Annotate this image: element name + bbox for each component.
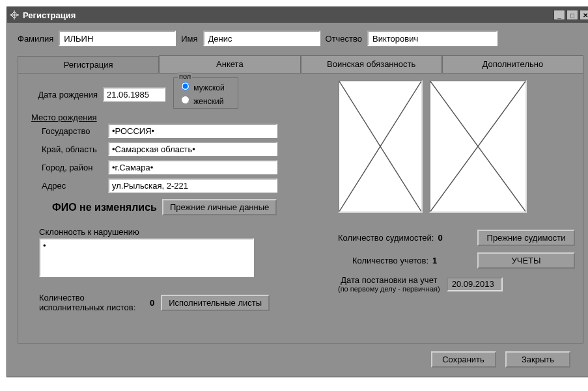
tab-strip: Регистрация Анкета Воинская обязанность … bbox=[18, 55, 583, 73]
violation-tendency-field[interactable] bbox=[39, 238, 254, 277]
prev-personal-data-button[interactable]: Прежние личные данные bbox=[162, 199, 277, 215]
name-row: Фамилия Имя Отчество bbox=[18, 31, 583, 46]
gender-group: пол мужской женский bbox=[173, 77, 238, 109]
tab-registration[interactable]: Регистрация bbox=[18, 56, 159, 74]
photo-placeholder-1[interactable] bbox=[338, 80, 423, 213]
address-label: Адрес bbox=[26, 181, 108, 191]
records-button[interactable]: УЧЕТЫ bbox=[477, 252, 575, 269]
violation-tendency-label: Склонность к нарушению bbox=[39, 227, 313, 237]
fio-unchanged-label: ФИО не изменялись bbox=[52, 202, 157, 213]
tab-additional[interactable]: Дополнительно bbox=[442, 55, 583, 73]
convictions-count-label: Количество судимостей: bbox=[338, 233, 434, 243]
country-label: Государство bbox=[26, 126, 108, 136]
exec-sheets-count-label: Количество bbox=[39, 293, 143, 303]
close-button[interactable]: Закрыть bbox=[505, 351, 570, 368]
city-label: Город, район bbox=[26, 163, 108, 172]
minimize-button[interactable]: _ bbox=[553, 10, 565, 20]
photo-row bbox=[338, 80, 575, 213]
reg-date-sublabel: (по первому делу - первичная) bbox=[338, 285, 440, 293]
patronymic-label: Отчество bbox=[326, 34, 363, 44]
maximize-button[interactable]: □ bbox=[567, 10, 578, 20]
dialog-buttons: Сохранить Закрыть bbox=[18, 344, 583, 370]
lastname-label: Фамилия bbox=[18, 34, 53, 44]
reg-date-value: 20.09.2013 bbox=[447, 277, 503, 291]
right-column: Количество судимостей: 0 Прежние судимос… bbox=[338, 80, 575, 293]
birthplace-heading: Место рождения bbox=[31, 113, 313, 122]
gender-female-option[interactable]: женский bbox=[178, 93, 234, 107]
save-button[interactable]: Сохранить bbox=[431, 351, 496, 368]
titlebar: Регистрация _ □ ✕ bbox=[7, 7, 588, 23]
registration-window: Регистрация _ □ ✕ Фамилия Имя Отчество Р… bbox=[7, 7, 588, 377]
exec-sheets-button[interactable]: Исполнительные листы bbox=[161, 295, 270, 311]
convictions-count-value: 0 bbox=[438, 233, 442, 243]
firstname-field[interactable] bbox=[203, 31, 320, 46]
client-area: Фамилия Имя Отчество Регистрация Анкета … bbox=[7, 23, 588, 377]
dob-row: Дата рождения пол мужской женский bbox=[26, 80, 313, 109]
gender-female-radio[interactable] bbox=[181, 96, 189, 104]
reg-date-label: Дата постановки на учет bbox=[338, 275, 440, 285]
exec-sheets-count-value: 0 bbox=[150, 298, 154, 308]
address-field[interactable] bbox=[108, 178, 277, 193]
dob-label: Дата рождения bbox=[26, 90, 103, 100]
tab-body: Дата рождения пол мужской женский Место … bbox=[18, 73, 583, 344]
city-field[interactable] bbox=[108, 160, 277, 174]
close-window-button[interactable]: ✕ bbox=[580, 10, 588, 20]
gender-legend: пол bbox=[178, 72, 192, 80]
lastname-field[interactable] bbox=[59, 31, 176, 46]
records-count-value: 1 bbox=[432, 256, 437, 265]
region-label: Край, область bbox=[26, 144, 108, 154]
firstname-label: Имя bbox=[181, 34, 197, 44]
window-title: Регистрация bbox=[23, 10, 552, 20]
region-field[interactable] bbox=[108, 142, 277, 156]
photo-placeholder-2[interactable] bbox=[429, 80, 527, 213]
tab-form[interactable]: Анкета bbox=[159, 55, 300, 73]
tab-military[interactable]: Воинская обязанность bbox=[301, 55, 442, 73]
left-column: Дата рождения пол мужской женский Место … bbox=[26, 80, 313, 312]
gender-male-option[interactable]: мужской bbox=[178, 79, 234, 93]
prev-convictions-button[interactable]: Прежние судимости bbox=[477, 230, 575, 246]
records-count-label: Количество учетов: bbox=[352, 256, 428, 265]
country-field[interactable] bbox=[108, 124, 277, 138]
patronymic-field[interactable] bbox=[367, 31, 497, 46]
gender-male-radio[interactable] bbox=[181, 82, 189, 90]
dob-field[interactable] bbox=[103, 87, 165, 101]
app-icon bbox=[10, 10, 19, 20]
